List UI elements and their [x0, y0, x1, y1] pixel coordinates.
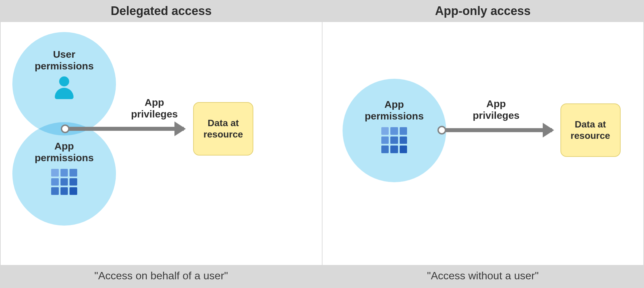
arrow-origin-knob: [437, 126, 446, 134]
circle-user-permissions: Userpermissions: [12, 32, 116, 135]
box-data-at-resource-delegated: Data atresource: [193, 102, 253, 156]
person-icon-body: [55, 88, 74, 99]
label-app-permissions-app-only: Apppermissions: [343, 99, 446, 122]
panel-content-delegated: Userpermissions Apppermissions Appprivil…: [1, 22, 322, 266]
arrow-app-only: [440, 128, 552, 132]
arrow-origin-knob: [61, 124, 70, 133]
app-grid-icon: [381, 127, 407, 153]
circle-app-permissions-app-only: Apppermissions: [343, 79, 446, 182]
panel-footer-app-only: "Access without a user": [323, 265, 644, 287]
panel-title-app-only: App-only access: [323, 1, 644, 22]
label-data-at-resource-app-only: Data atresource: [570, 119, 610, 141]
box-data-at-resource-app-only: Data atresource: [560, 103, 621, 157]
panel-delegated-access: Delegated access Userpermissions Appperm…: [0, 0, 322, 288]
label-app-privileges-delegated: Appprivileges: [123, 97, 186, 120]
label-user-permissions: Userpermissions: [12, 49, 116, 72]
circle-app-permissions-delegated: Apppermissions: [12, 122, 116, 226]
app-grid-icon: [51, 169, 77, 195]
arrow-head-icon: [543, 123, 554, 137]
arrow-head-icon: [174, 121, 186, 136]
panel-title-delegated: Delegated access: [1, 1, 322, 22]
label-app-permissions-delegated: Apppermissions: [12, 140, 116, 164]
arrow-delegated: [63, 127, 184, 131]
diagram-canvas: Delegated access Userpermissions Appperm…: [0, 0, 644, 288]
label-app-privileges-app-only: Appprivileges: [465, 98, 528, 121]
person-icon-head: [59, 76, 69, 86]
label-data-at-resource-delegated: Data atresource: [204, 117, 243, 140]
panel-app-only-access: App-only access Apppermissions Appprivil…: [322, 0, 644, 288]
panel-footer-delegated: "Access on behalf of a user": [1, 265, 322, 287]
person-icon: [54, 76, 74, 100]
panel-content-app-only: Apppermissions Appprivileges Data atreso…: [323, 22, 644, 266]
